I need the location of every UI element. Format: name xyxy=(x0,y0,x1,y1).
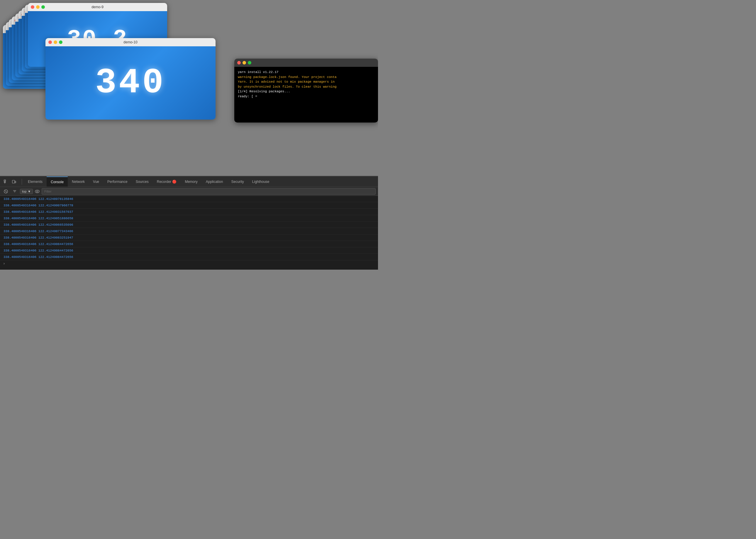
terminal-titlebar xyxy=(234,59,378,67)
clear-console-icon[interactable] xyxy=(2,188,9,195)
window-title-10: demo-10 xyxy=(124,40,137,44)
console-row-0: 338.4000549316406 122.41248978135846 xyxy=(0,196,378,202)
console-cell-col2: 122.41249066535096 xyxy=(39,223,73,227)
prompt-arrow-icon: › xyxy=(4,262,5,266)
traffic-green xyxy=(59,40,62,44)
tab-memory[interactable]: Memory xyxy=(181,177,202,187)
console-row-6: 338.4000549316406 122.41249083251947 xyxy=(0,234,378,241)
console-cell-col1: 338.4000549316406 xyxy=(4,204,37,207)
console-row-9: 338.4000549316406 122.41249084472656 xyxy=(0,254,378,260)
terminal-line-4: by unsynchronized lock files. To clear t… xyxy=(238,84,375,89)
console-row-4: 338.4000549316406 122.41249066535096 xyxy=(0,222,378,228)
svg-rect-3 xyxy=(12,180,15,183)
console-row-8: 338.4000549316406 122.41249084472656 xyxy=(0,247,378,254)
tab-lighthouse[interactable]: Lighthouse xyxy=(248,177,274,187)
titlebar-9: demo-9 xyxy=(28,3,167,11)
terminal-maximize-dot xyxy=(248,61,251,64)
demo-window-10[interactable]: demo-10 340 xyxy=(45,38,215,119)
console-row-2: 338.4000549316406 122.41249031567037 xyxy=(0,209,378,215)
filter-icon[interactable] xyxy=(11,188,18,195)
console-cell-col1: 338.4000549316406 xyxy=(4,223,37,227)
console-row-7: 338.4000549316406 122.41249084472656 xyxy=(0,241,378,247)
traffic-green xyxy=(42,5,45,9)
eye-icon[interactable] xyxy=(35,189,40,194)
console-cell-col2: 122.41249077343406 xyxy=(39,229,73,233)
terminal-line-5: [1/4] Resolving packages... xyxy=(238,89,375,94)
console-row-3: 338.4000549316406 122.41249051886658 xyxy=(0,215,378,222)
console-cell-col1: 338.4000549316406 xyxy=(4,242,37,246)
console-cell-col1: 338.4000549316406 xyxy=(4,236,37,239)
tab-vue[interactable]: Vue xyxy=(89,177,103,187)
terminal-close-dot xyxy=(237,61,241,64)
console-prompt-row: › xyxy=(0,260,378,267)
window-title-9: demo-9 xyxy=(92,5,104,9)
console-cell-col2: 122.41249084472656 xyxy=(39,249,73,252)
tab-application[interactable]: Application xyxy=(202,177,227,187)
titlebar-10: demo-10 xyxy=(45,38,215,46)
console-cell-col2: 122.41249031567037 xyxy=(39,210,73,214)
traffic-red xyxy=(31,5,34,9)
devtools-panel: Elements Console Network Vue Performance… xyxy=(0,176,378,270)
terminal-line-1: yarn install v1.22.17 xyxy=(238,70,375,75)
tab-elements[interactable]: Elements xyxy=(24,177,46,187)
svg-line-6 xyxy=(5,191,7,192)
console-cell-col1: 338.4000549316406 xyxy=(4,210,37,214)
traffic-red xyxy=(48,40,52,44)
traffic-orange xyxy=(36,5,40,9)
terminal-body: yarn install v1.22.17 warning package-lo… xyxy=(234,67,378,122)
console-cell-col2: 122.41249084472656 xyxy=(39,255,73,259)
console-cell-col1: 338.4000549316406 xyxy=(4,229,37,233)
console-cell-col2: 122.41248978135846 xyxy=(39,197,73,201)
console-output: 338.4000549316406 122.41248978135846 338… xyxy=(0,196,378,270)
toolbar-separator xyxy=(22,179,22,185)
filter-input[interactable] xyxy=(42,188,376,194)
console-cell-col2: 122.41249007966778 xyxy=(39,204,73,207)
terminal-line-3: Yarn. It is advised not to mix package m… xyxy=(238,79,375,84)
device-toolbar-icon[interactable] xyxy=(11,178,18,185)
tab-console[interactable]: Console xyxy=(46,177,68,187)
demo-windows-container: demo-1 30.2 demo-2 30.2 demo-3 30.2 xyxy=(0,3,223,117)
svg-rect-0 xyxy=(4,180,6,182)
devtools-icon-group xyxy=(0,178,20,185)
digital-display-10: 340 xyxy=(95,63,166,103)
console-context-selector[interactable]: top ▼ xyxy=(20,189,33,194)
console-cell-col1: 338.4000549316406 xyxy=(4,197,37,201)
console-toolbar: top ▼ xyxy=(0,187,378,196)
devtools-tabs-toolbar: Elements Console Network Vue Performance… xyxy=(0,177,378,187)
svg-point-10 xyxy=(35,190,39,193)
console-cell-col2: 122.41249051886658 xyxy=(39,217,73,220)
terminal-line-2: warning package-lock.json found. Your pr… xyxy=(238,75,375,80)
tab-recorder[interactable]: Recorder 🔴 xyxy=(153,177,181,187)
tab-security[interactable]: Security xyxy=(227,177,248,187)
console-cell-col1: 338.4000549316406 xyxy=(4,217,37,220)
terminal-minimize-dot xyxy=(242,61,246,64)
console-cell-col2: 122.41249084472656 xyxy=(39,242,73,246)
chevron-down-icon: ▼ xyxy=(28,190,31,193)
tab-sources[interactable]: Sources xyxy=(132,177,153,187)
console-row-5: 338.4000549316406 122.41249077343406 xyxy=(0,228,378,234)
demo-body-10: 340 xyxy=(45,46,215,119)
terminal-window[interactable]: yarn install v1.22.17 warning package-lo… xyxy=(234,59,378,122)
console-cell-col1: 338.4000549316406 xyxy=(4,255,37,259)
console-cell-col2: 122.41249083251947 xyxy=(39,236,73,239)
svg-point-11 xyxy=(37,191,38,192)
console-cell-col1: 338.4000549316406 xyxy=(4,249,37,252)
inspect-element-icon[interactable] xyxy=(2,178,9,185)
terminal-line-6: ready: [ = xyxy=(238,94,375,99)
context-label: top xyxy=(22,190,26,193)
svg-rect-4 xyxy=(15,181,16,183)
console-row-1: 338.4000549316406 122.41249007966778 xyxy=(0,202,378,209)
tab-network[interactable]: Network xyxy=(68,177,89,187)
tab-performance[interactable]: Performance xyxy=(103,177,132,187)
traffic-orange xyxy=(54,40,57,44)
